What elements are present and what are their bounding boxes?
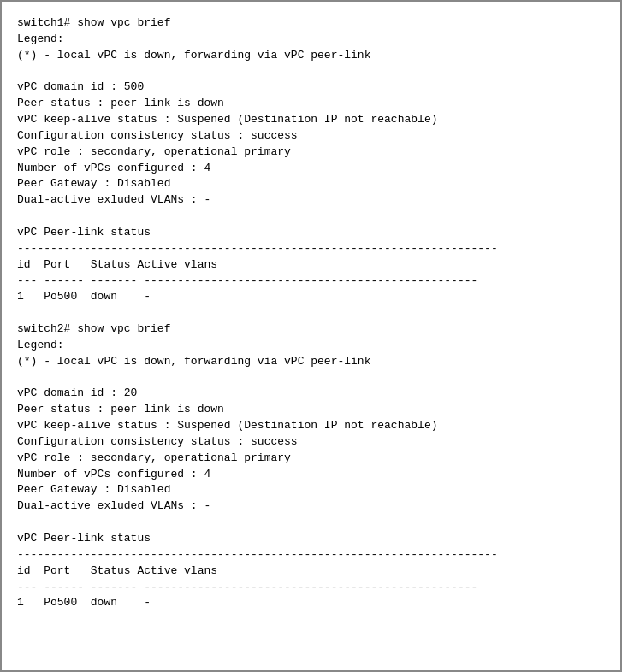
terminal-line: Peer status : peer link is down <box>17 402 605 418</box>
terminal-line: id Port Status Active vlans <box>17 563 605 580</box>
terminal-line: vPC role : secondary, operational primar… <box>17 451 605 467</box>
terminal-line: Dual-active exluded VLANs : - <box>17 498 605 515</box>
terminal-line: 1 Po500 down - <box>17 595 605 611</box>
terminal-line: 1 Po500 down - <box>17 289 605 305</box>
terminal-line: Number of vPCs configured : 4 <box>17 161 605 177</box>
terminal-line: Number of vPCs configured : 4 <box>17 467 605 483</box>
terminal-line: --- ------ ------- ---------------------… <box>17 274 605 290</box>
terminal-line: vPC domain id : 20 <box>17 386 605 402</box>
terminal-line: vPC domain id : 500 <box>17 80 605 96</box>
terminal-line <box>17 209 605 225</box>
terminal-line: ----------------------------------------… <box>17 241 605 257</box>
terminal-content: switch1# show vpc briefLegend:(*) - loca… <box>17 15 605 611</box>
terminal-window: switch1# show vpc briefLegend:(*) - loca… <box>0 0 622 672</box>
terminal-line: ----------------------------------------… <box>17 547 605 563</box>
terminal-line: vPC keep-alive status : Suspened (Destin… <box>17 112 605 128</box>
terminal-line: (*) - local vPC is down, forwarding via … <box>17 354 605 370</box>
terminal-line: Legend: <box>17 338 605 354</box>
terminal-line <box>17 370 605 386</box>
terminal-line: id Port Status Active vlans <box>17 257 605 274</box>
terminal-line: Legend: <box>17 32 605 48</box>
terminal-line: Peer status : peer link is down <box>17 96 605 112</box>
terminal-line: Configuration consistency status : succe… <box>17 128 605 144</box>
terminal-line: --- ------ ------- ---------------------… <box>17 580 605 596</box>
terminal-line: vPC keep-alive status : Suspened (Destin… <box>17 418 605 434</box>
terminal-line: Dual-active exluded VLANs : - <box>17 192 605 209</box>
terminal-line: (*) - local vPC is down, forwarding via … <box>17 48 605 64</box>
terminal-line: vPC Peer-link status <box>17 531 605 547</box>
terminal-line: Peer Gateway : Disabled <box>17 482 605 498</box>
terminal-line: Configuration consistency status : succe… <box>17 434 605 451</box>
terminal-line: vPC Peer-link status <box>17 225 605 241</box>
terminal-line <box>17 64 605 80</box>
terminal-line: Peer Gateway : Disabled <box>17 176 605 192</box>
terminal-line: switch2# show vpc brief <box>17 321 605 338</box>
terminal-line: vPC role : secondary, operational primar… <box>17 144 605 161</box>
terminal-line <box>17 515 605 531</box>
terminal-line: switch1# show vpc brief <box>17 15 605 32</box>
terminal-line <box>17 305 605 321</box>
